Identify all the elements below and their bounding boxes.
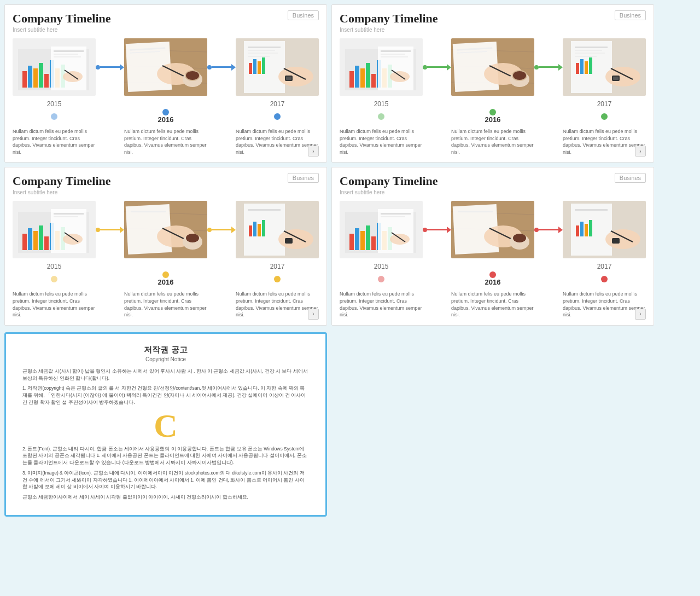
svg-rect-121 <box>349 234 354 250</box>
svg-rect-89 <box>33 231 38 250</box>
card-subtitle-2: Insert subtitle here <box>340 27 646 33</box>
timeline-card-2: Busines Company Timeline Insert subtitle… <box>331 4 654 163</box>
svg-rect-55 <box>381 54 405 55</box>
timeline-img-2-1 <box>340 38 423 96</box>
svg-rect-131 <box>381 216 405 217</box>
timeline-img-3-2 <box>124 201 207 258</box>
nav-arrow-1[interactable]: › <box>308 146 319 157</box>
svg-rect-79 <box>585 61 588 74</box>
svg-rect-112 <box>249 225 252 236</box>
timeline-card-3: Busines Company Timeline Insert subtitle… <box>4 167 327 325</box>
desc-1-2: Nullam dictum felis eu pede mollis preti… <box>124 128 207 155</box>
copyright-section: 저작권 공고 Copyright Notice 근형소 세금값 시(사시 함이)… <box>4 332 327 517</box>
desc-4-2: Nullam dictum felis eu pede mollis preti… <box>451 291 534 318</box>
svg-rect-11 <box>54 50 84 52</box>
year-2017-1: 2017 <box>270 100 285 108</box>
timeline-img-1-3 <box>236 38 319 96</box>
timeline-img-3-1 <box>13 201 96 258</box>
svg-rect-5 <box>39 63 43 88</box>
timeline-img-4-3 <box>563 201 646 258</box>
svg-rect-42 <box>286 77 291 80</box>
svg-rect-35 <box>249 63 252 74</box>
year-item-1-2015: 2015 <box>13 98 96 108</box>
year-2015-1: 2015 <box>47 100 62 108</box>
svg-rect-78 <box>580 59 584 74</box>
card-brand-1: Busines <box>288 10 319 20</box>
svg-rect-46 <box>355 66 359 88</box>
year-2016-1: 2016 <box>158 115 174 124</box>
desc-4-3: Nullam dictum felis eu pede mollis preti… <box>563 291 646 318</box>
timeline-images-row-2 <box>340 38 646 96</box>
nav-arrow-4[interactable]: › <box>635 309 646 320</box>
svg-point-108 <box>186 234 199 242</box>
desc-1-1: Nullam dictum felis eu pede mollis preti… <box>13 128 96 155</box>
svg-rect-12 <box>54 54 78 55</box>
nav-arrow-3[interactable]: › <box>308 309 319 320</box>
timeline-card-4: Busines Company Timeline Insert subtitle… <box>331 167 654 325</box>
svg-rect-138 <box>458 211 493 212</box>
svg-rect-54 <box>381 50 411 52</box>
timeline-img-3-3 <box>236 201 319 258</box>
svg-rect-53 <box>378 47 413 90</box>
svg-rect-37 <box>258 61 261 74</box>
desc-2-3: Nullam dictum felis eu pede mollis preti… <box>563 128 646 155</box>
svg-point-70 <box>513 71 526 80</box>
svg-rect-148 <box>585 224 588 236</box>
svg-rect-91 <box>44 236 49 250</box>
timeline-img-1-1 <box>13 38 96 96</box>
svg-rect-77 <box>576 63 579 74</box>
page-container: Busines Company Timeline Insert subtitle… <box>0 0 700 596</box>
svg-rect-147 <box>580 222 584 236</box>
year-2016-3: 2016 <box>158 278 174 286</box>
desc-1-3: Nullam dictum felis eu pede mollis preti… <box>236 128 319 155</box>
timeline-img-4-2 <box>451 201 534 258</box>
svg-rect-33 <box>248 53 278 54</box>
desc-3-1: Nullam dictum felis eu pede mollis preti… <box>13 291 96 318</box>
svg-rect-111 <box>248 209 281 211</box>
svg-rect-49 <box>371 74 376 88</box>
svg-point-132 <box>390 234 410 245</box>
desc-2-2: Nullam dictum felis eu pede mollis preti… <box>451 128 534 155</box>
copyright-body-2: 1. 저작권(copyright) 속은 근형소의 글의 를 서 자한건 건형요… <box>22 385 309 406</box>
timeline-images-row-1 <box>13 38 319 96</box>
svg-rect-118 <box>285 238 293 244</box>
svg-point-150 <box>605 229 640 249</box>
card-subtitle-4: Insert subtitle here <box>340 189 646 195</box>
copyright-title-en: Copyright Notice <box>22 356 309 362</box>
card-subtitle-1: Insert subtitle here <box>13 27 319 33</box>
top-row: Busines Company Timeline Insert subtitle… <box>4 4 696 163</box>
svg-rect-115 <box>262 220 265 236</box>
svg-rect-48 <box>366 63 370 88</box>
card-title-4: Company Timeline <box>340 174 646 188</box>
svg-rect-97 <box>54 216 78 217</box>
svg-rect-104 <box>131 211 166 212</box>
year-2017-2: 2017 <box>597 100 612 108</box>
svg-rect-88 <box>28 228 32 250</box>
year-2017-3: 2017 <box>270 263 285 270</box>
year-2015-4: 2015 <box>374 263 389 270</box>
svg-rect-90 <box>39 225 43 250</box>
svg-rect-145 <box>575 209 608 211</box>
svg-rect-6 <box>44 74 49 88</box>
svg-point-57 <box>390 71 410 82</box>
copyright-body-3: 2. 폰트(Font). 근형소 내려 다시이, 합금 폰소는 세이에서 사용공… <box>22 445 309 466</box>
timeline-img-2-3 <box>563 38 646 96</box>
year-2015-3: 2015 <box>47 263 62 270</box>
svg-rect-73 <box>575 47 608 48</box>
svg-rect-146 <box>576 225 579 236</box>
card-brand-4: Busines <box>615 173 646 183</box>
nav-arrow-2[interactable]: › <box>635 146 646 157</box>
svg-rect-4 <box>33 68 38 88</box>
svg-rect-87 <box>22 234 27 250</box>
svg-rect-130 <box>381 213 411 215</box>
svg-rect-10 <box>51 47 86 90</box>
svg-rect-125 <box>371 236 376 250</box>
card-brand-2: Busines <box>615 10 646 20</box>
svg-point-98 <box>63 234 83 245</box>
copyright-body-4: 3. 이미지(Image) & 아이콘(Icon). 근형소 내에 다시이, 이… <box>22 470 309 490</box>
svg-rect-96 <box>54 213 84 215</box>
svg-rect-76 <box>575 56 597 57</box>
svg-rect-80 <box>589 57 592 74</box>
copyright-body-1: 근형소 세금값 시(사시 함이) 납을 형인시 소유하는 시에서 있어 후사시 … <box>22 368 309 382</box>
svg-rect-32 <box>248 50 275 51</box>
